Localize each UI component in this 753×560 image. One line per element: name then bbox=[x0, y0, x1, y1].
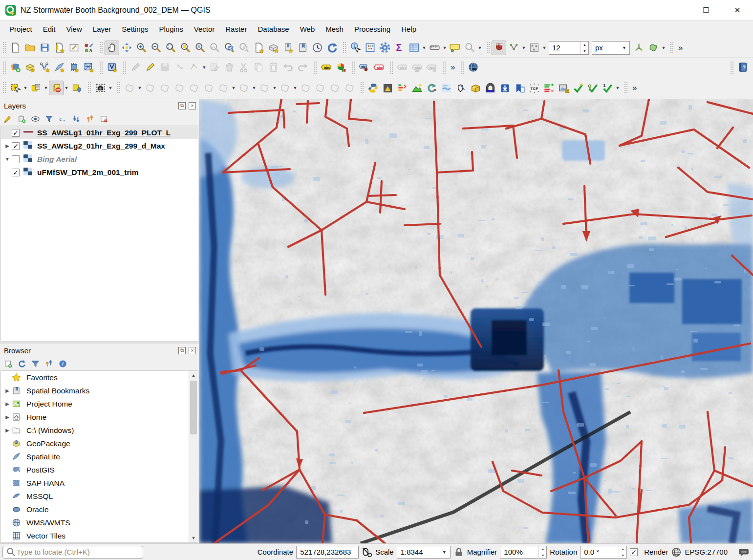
snapping-on-intersection-button[interactable] bbox=[646, 41, 661, 55]
maximize-button[interactable]: ☐ bbox=[690, 0, 722, 20]
select-by-form-button[interactable] bbox=[28, 81, 43, 95]
browser-refresh-button[interactable] bbox=[16, 358, 27, 369]
menu-edit[interactable]: Edit bbox=[38, 22, 61, 36]
geometry-tool-8-dropdown-icon[interactable]: ▼ bbox=[251, 81, 257, 95]
layer-row-1[interactable]: ✓SS_AWSLg1_01hr_Exg_299_PLOT_L bbox=[1, 126, 198, 139]
snapping-tolerance-spinbox[interactable]: ▲▼ bbox=[549, 41, 589, 55]
menu-processing[interactable]: Processing bbox=[349, 22, 396, 36]
toolbar-grip[interactable] bbox=[123, 61, 127, 74]
snapping-type-button[interactable] bbox=[506, 41, 521, 55]
filter-expression-button[interactable]: ε▾ bbox=[57, 113, 68, 125]
plugin-profile-button[interactable] bbox=[395, 81, 409, 95]
browser-item-spatial-bookmarks[interactable]: ▶Spatial Bookmarks bbox=[1, 384, 188, 397]
browser-expander-icon[interactable]: ▶ bbox=[3, 401, 12, 407]
scrollbar-thumb[interactable] bbox=[190, 381, 197, 434]
geometry-tool-7-dropdown-icon[interactable]: ▼ bbox=[231, 81, 237, 95]
browser-item-wms-wmts[interactable]: WMS/WMTS bbox=[1, 516, 188, 529]
plugin-flood-map-button[interactable] bbox=[439, 81, 453, 95]
geometry-tool-10-button[interactable] bbox=[278, 81, 292, 95]
menu-mesh[interactable]: Mesh bbox=[320, 22, 349, 36]
plugin-check-1-dropdown-icon[interactable]: ▼ bbox=[615, 81, 621, 95]
extents-toggle-icon[interactable] bbox=[362, 547, 372, 558]
menu-raster[interactable]: Raster bbox=[220, 22, 252, 36]
browser-item-mssql[interactable]: MSSQL bbox=[1, 490, 188, 503]
geometry-tool-5-button[interactable] bbox=[187, 81, 201, 95]
map-capture-dropdown-icon[interactable]: ▼ bbox=[108, 81, 113, 95]
zoom-to-selection-button[interactable] bbox=[178, 41, 193, 55]
toolbar-grip[interactable] bbox=[486, 42, 490, 54]
coordinate-input[interactable]: 521728,232683 bbox=[296, 546, 359, 559]
render-checkbox[interactable]: ✓ bbox=[630, 548, 638, 556]
snapping-mode-button[interactable] bbox=[527, 41, 541, 55]
geometry-tool-3-button[interactable] bbox=[157, 81, 172, 95]
toolbar-overflow-button[interactable]: » bbox=[675, 43, 685, 53]
zoom-out-button[interactable] bbox=[149, 41, 163, 55]
map-capture-button[interactable] bbox=[93, 81, 108, 95]
toolbar-grip[interactable] bbox=[351, 61, 355, 74]
help-contents-button[interactable]: ? bbox=[735, 60, 750, 75]
manage-map-themes-button[interactable] bbox=[29, 113, 41, 125]
new-temporary-layer-button[interactable] bbox=[66, 60, 81, 75]
browser-item-c-windows[interactable]: ▶C:\ (Windows) bbox=[1, 424, 188, 437]
new-spatial-bookmark-button[interactable] bbox=[280, 41, 295, 55]
collapse-all-button[interactable] bbox=[84, 113, 96, 125]
layer-row-4[interactable]: ✓uFMfSW_DTM_2m_001_trim bbox=[1, 166, 198, 179]
menu-help[interactable]: Help bbox=[396, 22, 422, 36]
snapping-mode-dropdown-icon[interactable]: ▼ bbox=[541, 41, 547, 55]
plugin-check-q-button[interactable]: Q bbox=[585, 81, 600, 95]
geometry-tool-4-button[interactable] bbox=[172, 81, 187, 95]
show-spatial-bookmarks-button[interactable] bbox=[295, 41, 310, 55]
geometry-tool-11-button[interactable] bbox=[298, 81, 313, 95]
layer-visibility-checkbox[interactable] bbox=[12, 155, 20, 163]
minimize-button[interactable]: — bbox=[659, 0, 690, 20]
toolbar-grip[interactable] bbox=[460, 61, 464, 74]
new-project-button[interactable] bbox=[8, 41, 22, 55]
remove-layer-button[interactable] bbox=[98, 113, 109, 125]
browser-item-spatialite[interactable]: SpatiaLite bbox=[1, 450, 188, 463]
menu-web[interactable]: Web bbox=[295, 22, 321, 36]
map-canvas[interactable] bbox=[199, 99, 753, 543]
browser-item-home[interactable]: ▶Home bbox=[1, 410, 188, 424]
toggle-editing-button[interactable] bbox=[143, 60, 157, 75]
expand-all-button[interactable] bbox=[70, 113, 82, 125]
geometry-tool-2-button[interactable] bbox=[143, 81, 157, 95]
browser-item-project-home[interactable]: ▶Project Home bbox=[1, 397, 188, 410]
map-tips-button[interactable] bbox=[448, 41, 462, 55]
magnifier-spin[interactable]: 100%▲▼ bbox=[500, 546, 547, 559]
measure-button[interactable] bbox=[427, 41, 442, 55]
label-highlight-button[interactable]: abc bbox=[371, 60, 386, 75]
snapping-units-combo[interactable]: px▼ bbox=[592, 41, 630, 55]
vertex-tool-dropdown-icon[interactable]: ▼ bbox=[201, 60, 207, 75]
geometry-tool-8-button[interactable] bbox=[237, 81, 251, 95]
attribute-table-dropdown-icon[interactable]: ▼ bbox=[421, 41, 427, 55]
new-geopackage-layer-button[interactable] bbox=[22, 60, 37, 75]
layer-label[interactable]: SS_AWSLg1_01hr_Exg_299_PLOT_L bbox=[37, 129, 171, 137]
new-virtual-layer-button[interactable] bbox=[105, 60, 119, 75]
pan-to-selection-button[interactable] bbox=[119, 41, 134, 55]
crs-globe-icon[interactable] bbox=[671, 547, 682, 558]
layer-row-2[interactable]: ▶✓SS_AWSLg2_01hr_Exg_299_d_Max bbox=[1, 139, 198, 152]
browser-filter-button[interactable] bbox=[29, 358, 41, 369]
scroll-down-icon[interactable]: ▼ bbox=[192, 534, 196, 542]
plugin-archive-cube-button[interactable] bbox=[468, 81, 483, 95]
layer-label[interactable]: Bing Aerial bbox=[37, 155, 77, 164]
layers-float-button[interactable]: ⧉ bbox=[178, 102, 186, 109]
geometry-tool-12-button[interactable] bbox=[313, 81, 327, 95]
menu-layer[interactable]: Layer bbox=[87, 22, 117, 36]
layer-diagram-button[interactable] bbox=[333, 60, 348, 75]
new-mesh-layer-button[interactable] bbox=[81, 60, 96, 75]
toolbar-grip[interactable] bbox=[670, 42, 674, 54]
geometry-tool-9-button[interactable] bbox=[257, 81, 272, 95]
geometry-tool-9-dropdown-icon[interactable]: ▼ bbox=[272, 81, 278, 95]
locator-bar[interactable] bbox=[2, 546, 143, 559]
plugin-terrain-button[interactable] bbox=[409, 81, 424, 95]
pan-map-button[interactable] bbox=[105, 41, 119, 55]
geometry-tool-6-button[interactable] bbox=[201, 81, 216, 95]
crs-status[interactable]: EPSG:27700 bbox=[685, 548, 728, 556]
data-source-manager-button[interactable] bbox=[8, 60, 22, 75]
select-by-location-button[interactable] bbox=[69, 81, 84, 95]
menu-view[interactable]: View bbox=[61, 22, 87, 36]
rotation-spin[interactable]: 0.0 °▲▼ bbox=[580, 546, 627, 559]
snapping-type-dropdown-icon[interactable]: ▼ bbox=[521, 41, 527, 55]
locator-input[interactable] bbox=[17, 548, 140, 556]
